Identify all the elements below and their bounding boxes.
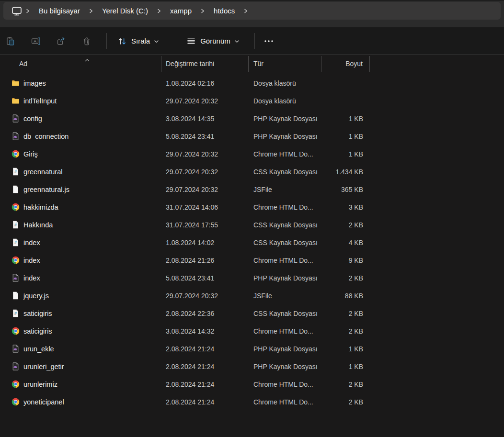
file-row[interactable]: jquery.js29.07.2024 20:32JSFile88 KB [0, 287, 504, 304]
sort-button[interactable]: Sırala [113, 32, 163, 51]
file-row[interactable]: yoneticipanel2.08.2024 21:24Chrome HTML … [0, 393, 504, 411]
sort-arrows-icon [117, 36, 127, 46]
toolbar-divider [254, 33, 255, 49]
file-list: images1.08.2024 02:16Dosya klasörüintlTe… [0, 72, 504, 411]
file-row[interactable]: config3.08.2024 14:35PHP Kaynak Dosyası1… [0, 110, 504, 127]
svg-text:#: # [14, 223, 17, 227]
file-type: Chrome HTML Do... [249, 327, 321, 335]
file-size: 1 KB [321, 133, 370, 140]
file-date: 31.07.2024 14:06 [161, 203, 249, 211]
file-row[interactable]: urunlerimiz2.08.2024 21:24Chrome HTML Do… [0, 375, 504, 393]
breadcrumb-chevron-icon [243, 8, 248, 14]
file-size: 1.434 KB [321, 168, 370, 176]
file-row[interactable]: images1.08.2024 02:16Dosya klasörü [0, 74, 504, 92]
share-button[interactable] [52, 32, 71, 51]
file-type: JSFile [249, 292, 321, 300]
file-icon [11, 185, 20, 193]
file-size: 2 KB [321, 274, 370, 282]
rename-button[interactable]: A [26, 32, 46, 51]
file-size: 365 KB [321, 186, 370, 193]
file-type: Chrome HTML Do... [249, 398, 321, 406]
file-row[interactable]: #index1.08.2024 14:02CSS Kaynak Dosyası4… [0, 234, 504, 251]
toolbar-divider [106, 33, 107, 49]
file-date: 29.07.2024 20:32 [161, 168, 249, 176]
see-more-button[interactable] [259, 32, 279, 51]
file-size: 1 KB [321, 363, 370, 370]
file-name: db_connection [23, 133, 161, 140]
file-size: 2 KB [321, 327, 370, 335]
file-type: PHP Kaynak Dosyası [249, 274, 321, 282]
file-date: 2.08.2024 21:24 [161, 398, 249, 406]
file-date: 2.08.2024 22:36 [161, 310, 249, 317]
file-row[interactable]: intlTelInput29.07.2024 20:32Dosya klasör… [0, 92, 504, 110]
column-header-date[interactable]: Değiştirme tarihi [161, 56, 249, 72]
column-header-row: Ad Değiştirme tarihi Tür Boyut [0, 55, 504, 72]
file-type: PHP Kaynak Dosyası [249, 115, 321, 123]
file-row[interactable]: urun_ekle2.08.2024 21:24PHP Kaynak Dosya… [0, 340, 504, 358]
file-row[interactable]: db_connection5.08.2024 23:41PHP Kaynak D… [0, 127, 504, 145]
file-date: 1.08.2024 02:16 [161, 79, 249, 87]
breadcrumb: Bu bilgisayarYerel Disk (C:)xampphtdocs [34, 4, 252, 17]
breadcrumb-chevron-icon [200, 8, 205, 14]
file-name: saticigiris [23, 310, 161, 317]
file-name: yoneticipanel [23, 398, 161, 406]
file-type: CSS Kaynak Dosyası [249, 168, 321, 176]
file-name: index [23, 257, 161, 264]
breadcrumb-item-bu-bilgisayar[interactable]: Bu bilgisayar [34, 4, 85, 17]
column-header-size-label: Boyut [345, 60, 363, 67]
chrome-icon [11, 327, 20, 335]
file-size: 4 KB [321, 239, 370, 247]
file-name: intlTelInput [23, 97, 161, 105]
column-header-name-label: Ad [19, 60, 27, 67]
breadcrumb-chevron-icon [25, 8, 30, 14]
sort-ascending-caret-icon [84, 55, 90, 64]
file-row[interactable]: index5.08.2024 23:41PHP Kaynak Dosyası2 … [0, 269, 504, 287]
column-header-date-label: Değiştirme tarihi [166, 60, 214, 67]
file-row[interactable]: #greennatural29.07.2024 20:32CSS Kaynak … [0, 163, 504, 180]
file-row[interactable]: hakkimizda31.07.2024 14:06Chrome HTML Do… [0, 198, 504, 216]
file-type: JSFile [249, 186, 321, 193]
file-type: Chrome HTML Do... [249, 381, 321, 388]
column-header-type-label: Tür [253, 60, 263, 67]
breadcrumb-chevron-icon [157, 8, 161, 14]
breadcrumb-item-xampp[interactable]: xampp [165, 4, 197, 17]
file-name: greennatural [23, 168, 161, 176]
php-icon [11, 132, 20, 140]
column-header-size[interactable]: Boyut [321, 56, 370, 72]
file-row[interactable]: index2.08.2024 21:26Chrome HTML Do...9 K… [0, 251, 504, 269]
file-size: 1 KB [321, 115, 370, 123]
view-button[interactable]: Görünüm [182, 32, 244, 51]
file-row[interactable]: #Hakkında31.07.2024 17:55CSS Kaynak Dosy… [0, 216, 504, 234]
breadcrumb-item-htdocs[interactable]: htdocs [208, 4, 240, 17]
chrome-icon [11, 203, 20, 211]
command-bar: A Sırala [0, 27, 504, 55]
svg-text:A: A [34, 38, 36, 43]
delete-button[interactable] [77, 32, 96, 51]
css-icon: # [11, 221, 20, 229]
file-row[interactable]: saticigiris3.08.2024 14:32Chrome HTML Do… [0, 322, 504, 340]
column-header-type[interactable]: Tür [249, 56, 321, 72]
file-row[interactable]: #saticigiris2.08.2024 22:36CSS Kaynak Do… [0, 304, 504, 322]
paste-button[interactable] [1, 32, 20, 51]
file-date: 2.08.2024 21:26 [161, 257, 249, 264]
file-type: CSS Kaynak Dosyası [249, 239, 321, 247]
file-date: 2.08.2024 21:24 [161, 363, 249, 370]
file-date: 29.07.2024 20:32 [161, 186, 249, 193]
breadcrumb-chevron-icon [89, 8, 93, 14]
file-row[interactable]: greennatural.js29.07.2024 20:32JSFile365… [0, 180, 504, 198]
file-name: Giriş [23, 150, 161, 158]
file-icon [11, 291, 20, 300]
file-name: Hakkında [23, 221, 161, 229]
chrome-icon [11, 380, 20, 388]
chevron-down-icon [154, 39, 159, 43]
folder-icon [11, 79, 20, 87]
ellipsis-icon [263, 36, 274, 46]
file-size: 2 KB [321, 310, 370, 317]
file-row[interactable]: Giriş29.07.2024 20:32Chrome HTML Do...1 … [0, 145, 504, 163]
column-header-name[interactable]: Ad [0, 56, 161, 72]
address-bar[interactable]: Bu bilgisayarYerel Disk (C:)xampphtdocs [3, 2, 501, 20]
breadcrumb-item-yerel-disk-c-[interactable]: Yerel Disk (C:) [97, 4, 153, 17]
file-type: PHP Kaynak Dosyası [249, 345, 321, 353]
css-icon: # [11, 168, 20, 176]
file-row[interactable]: urunleri_getir2.08.2024 21:24PHP Kaynak … [0, 358, 504, 375]
